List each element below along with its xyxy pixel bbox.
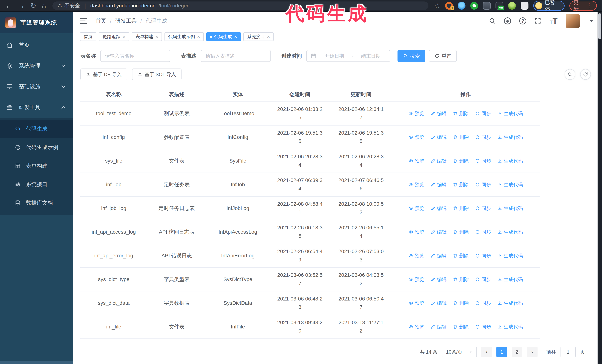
github-icon[interactable] [504, 17, 511, 24]
browser-update-button[interactable]: 更新 ⋮ [570, 1, 597, 11]
close-icon[interactable]: × [267, 34, 270, 39]
generate-code-link[interactable]: 生成代码 [497, 205, 523, 212]
browser-reload-icon[interactable]: ↻ [30, 2, 36, 9]
fullscreen-icon[interactable] [534, 17, 541, 24]
font-size-icon[interactable]: TT [549, 18, 558, 24]
extension-icon-3[interactable] [470, 2, 478, 10]
tab-system-api[interactable]: 系统接口 × [243, 32, 274, 41]
table-desc-input[interactable] [201, 50, 271, 62]
edit-link[interactable]: 编辑 [431, 205, 447, 212]
edit-link[interactable]: 编辑 [431, 324, 447, 330]
close-icon[interactable]: × [234, 34, 237, 39]
delete-link[interactable]: 删除 [453, 158, 469, 164]
sidebar-item-dev-tools[interactable]: 研发工具 [0, 97, 73, 118]
sync-link[interactable]: 同步 [475, 276, 491, 283]
browser-profile-chip[interactable]: 已暂停 [533, 1, 565, 11]
preview-link[interactable]: 预览 [408, 276, 424, 283]
sync-link[interactable]: 同步 [475, 205, 491, 212]
edit-link[interactable]: 编辑 [431, 110, 447, 117]
edit-link[interactable]: 编辑 [431, 229, 447, 235]
delete-link[interactable]: 删除 [453, 276, 469, 283]
sync-link[interactable]: 同步 [475, 252, 491, 259]
generate-code-link[interactable]: 生成代码 [497, 252, 523, 259]
hamburger-icon[interactable] [80, 18, 87, 24]
tab-home[interactable]: 首页 [80, 32, 96, 41]
table-name-input[interactable] [100, 50, 171, 62]
sidebar-item-infrastructure[interactable]: 基础设施 [0, 76, 73, 97]
generate-code-link[interactable]: 生成代码 [497, 276, 523, 283]
page-size-select[interactable]: 10条/页 [442, 347, 477, 357]
tab-trace[interactable]: 链路追踪 × [99, 32, 129, 41]
sync-link[interactable]: 同步 [475, 229, 491, 235]
delete-link[interactable]: 删除 [453, 181, 469, 188]
start-date-placeholder[interactable]: 开始日期 [320, 53, 349, 59]
scrollbar-thumb[interactable] [598, 13, 601, 39]
preview-link[interactable]: 预览 [408, 110, 424, 117]
app-logo-row[interactable]: 芋道管理系统 [0, 12, 73, 33]
delete-link[interactable]: 删除 [453, 300, 469, 306]
preview-link[interactable]: 预览 [408, 229, 424, 235]
sync-link[interactable]: 同步 [475, 158, 491, 164]
sidebar-collapse-bar[interactable] [0, 361, 73, 364]
generate-code-link[interactable]: 生成代码 [497, 324, 523, 330]
search-button[interactable]: 搜索 [398, 50, 425, 62]
browser-menu-icon[interactable]: ⋮ [587, 3, 592, 9]
extension-icon-5[interactable]: on [495, 2, 503, 10]
address-bar[interactable]: ⚠ 不安全 | dashboard.yudao.iocoder.cn /tool… [53, 1, 429, 10]
extensions-puzzle-icon[interactable] [521, 2, 528, 10]
sidebar-item-code-generation[interactable]: 代码生成 [0, 120, 73, 138]
next-page-button[interactable]: › [527, 347, 538, 357]
generate-code-link[interactable]: 生成代码 [497, 229, 523, 235]
sidebar-item-home[interactable]: 首页 [0, 35, 73, 56]
edit-link[interactable]: 编辑 [431, 181, 447, 188]
edit-link[interactable]: 编辑 [431, 158, 447, 164]
generate-code-link[interactable]: 生成代码 [497, 300, 523, 306]
tab-code-generation[interactable]: 代码生成 × [206, 32, 241, 41]
sync-link[interactable]: 同步 [475, 300, 491, 306]
edit-link[interactable]: 编辑 [431, 134, 447, 141]
preview-link[interactable]: 预览 [408, 252, 424, 259]
tab-codegen-example[interactable]: 代码生成示例 × [164, 32, 204, 41]
user-avatar[interactable] [566, 14, 580, 28]
generate-code-link[interactable]: 生成代码 [497, 181, 523, 188]
sidebar-item-system-management[interactable]: 系统管理 [0, 56, 73, 76]
generate-code-link[interactable]: 生成代码 [497, 134, 523, 141]
preview-link[interactable]: 预览 [408, 205, 424, 212]
import-sql-button[interactable]: 基于 SQL 导入 [132, 69, 182, 80]
end-date-placeholder[interactable]: 结束日期 [356, 53, 386, 59]
sidebar-item-code-generation-example[interactable]: 代码生成示例 [0, 138, 73, 157]
edit-link[interactable]: 编辑 [431, 276, 447, 283]
preview-link[interactable]: 预览 [408, 158, 424, 164]
delete-link[interactable]: 删除 [453, 205, 469, 212]
generate-code-link[interactable]: 生成代码 [497, 110, 523, 117]
breadcrumb-dev-tools[interactable]: 研发工具 [115, 17, 137, 25]
bookmark-star-icon[interactable]: ☆ [434, 2, 440, 9]
edit-link[interactable]: 编辑 [431, 300, 447, 306]
goto-page-input[interactable] [560, 347, 576, 357]
tab-form-builder[interactable]: 表单构建 × [132, 32, 162, 41]
page-button-1[interactable]: 1 [496, 347, 507, 357]
close-icon[interactable]: × [197, 34, 200, 39]
close-icon[interactable]: × [123, 34, 125, 39]
preview-link[interactable]: 预览 [408, 134, 424, 141]
prev-page-button[interactable]: ‹ [481, 347, 492, 357]
page-scrollbar[interactable] [598, 12, 602, 364]
preview-link[interactable]: 预览 [408, 324, 424, 330]
delete-link[interactable]: 删除 [453, 110, 469, 117]
extension-icon-6[interactable] [508, 2, 516, 10]
refresh-table-button[interactable] [580, 69, 591, 80]
sync-link[interactable]: 同步 [475, 181, 491, 188]
close-icon[interactable]: × [155, 34, 158, 39]
delete-link[interactable]: 删除 [453, 252, 469, 259]
sidebar-item-database-docs[interactable]: 数据库文档 [0, 194, 73, 212]
date-range-picker[interactable]: 开始日期 - 结束日期 [306, 50, 390, 62]
help-icon[interactable]: ? [519, 17, 526, 24]
extension-icon-2[interactable] [458, 2, 465, 10]
delete-link[interactable]: 删除 [453, 229, 469, 235]
sync-link[interactable]: 同步 [475, 134, 491, 141]
security-warning[interactable]: ⚠ 不安全 [58, 2, 80, 9]
sidebar-item-system-api[interactable]: 系统接口 [0, 175, 73, 194]
toggle-search-button[interactable] [565, 69, 575, 80]
delete-link[interactable]: 删除 [453, 324, 469, 330]
extension-icon-1[interactable]: 1 [445, 2, 453, 10]
